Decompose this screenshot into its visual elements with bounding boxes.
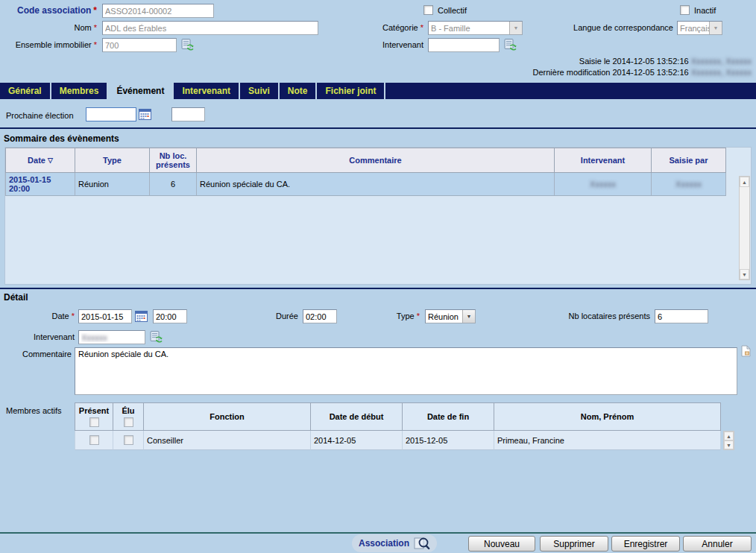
present-checkbox[interactable] xyxy=(89,435,99,445)
association-menu-label: Association xyxy=(359,538,409,549)
membres-actifs-label: Membres actifs xyxy=(6,406,62,416)
calendar-icon[interactable] xyxy=(139,108,151,120)
expand-text-document-icon[interactable] xyxy=(741,345,751,357)
column-header-date-fin: Date de fin xyxy=(403,402,494,431)
required-asterisk: * xyxy=(94,40,97,49)
nom-field[interactable] xyxy=(102,21,318,35)
required-asterisk: * xyxy=(72,312,75,320)
membre-date-fin-cell: 2015-12-05 xyxy=(403,431,494,450)
prochaine-election-date-field[interactable] xyxy=(86,107,136,121)
scroll-down-icon[interactable]: ▼ xyxy=(724,440,734,449)
association-menu-button[interactable]: Association xyxy=(352,534,437,552)
detail-intervenant-label: Intervenant xyxy=(22,332,75,342)
scroll-up-icon[interactable]: ▲ xyxy=(740,177,749,187)
required-asterisk: * xyxy=(417,312,420,320)
langue-value: Français xyxy=(678,24,709,33)
tab-evenement[interactable]: Événement xyxy=(108,83,174,99)
scroll-down-icon[interactable]: ▼ xyxy=(740,269,749,279)
membre-elu-cell xyxy=(113,431,144,450)
detail-intervenant-field[interactable] xyxy=(78,330,145,344)
code-association-field[interactable] xyxy=(102,4,214,18)
nouveau-button[interactable]: Nouveau xyxy=(468,536,535,552)
event-date-cell: 2015-01-15 20:00 xyxy=(5,173,75,196)
prochaine-election-label: Prochaine élection xyxy=(6,111,74,121)
ensemble-immobilier-label: Ensemble immobilier* xyxy=(0,40,97,50)
membre-table-row[interactable]: Conseiller 2014-12-05 2015-12-05 Primeau… xyxy=(75,431,721,450)
membres-table: Présent Élu Fonction Date de début Date … xyxy=(75,402,721,450)
ensemble-lookup-icon[interactable] xyxy=(181,39,195,51)
intervenant-top-field[interactable] xyxy=(428,38,500,52)
column-header-elu: Élu xyxy=(113,402,144,431)
event-type-cell: Réunion xyxy=(75,173,150,196)
inactif-label: Inactif xyxy=(694,6,716,16)
commentaire-label: Commentaire xyxy=(10,350,72,359)
inactif-checkbox[interactable] xyxy=(680,5,690,15)
event-table-row[interactable]: 2015-01-15 20:00 Réunion 6 Réunion spéci… xyxy=(5,173,726,196)
chevron-down-icon: ▼ xyxy=(509,22,522,34)
column-header-commentaire[interactable]: Commentaire xyxy=(197,148,555,173)
elu-all-checkbox[interactable] xyxy=(124,417,133,427)
tab-suivi[interactable]: Suivi xyxy=(240,83,280,99)
langue-label: Langue de correspondance xyxy=(555,23,673,33)
elu-checkbox[interactable] xyxy=(124,435,133,445)
events-list: Date▽ Type Nb loc. présents Commentaire … xyxy=(4,147,752,285)
search-icon xyxy=(414,537,430,550)
membres-header-row: Présent Élu Fonction Date de début Date … xyxy=(75,402,721,431)
sort-descending-icon: ▽ xyxy=(48,156,53,165)
calendar-icon[interactable] xyxy=(135,310,148,322)
detail-time-field[interactable] xyxy=(153,309,187,323)
tab-note[interactable]: Note xyxy=(280,83,318,99)
enregistrer-button[interactable]: Enregistrer xyxy=(611,536,680,552)
tab-membres[interactable]: Membres xyxy=(51,83,109,99)
present-all-checkbox[interactable] xyxy=(89,417,99,427)
langue-select[interactable]: Français ▼ xyxy=(677,21,722,35)
tab-fichier-joint[interactable]: Fichier joint xyxy=(317,83,385,99)
tab-general[interactable]: Général xyxy=(0,83,51,99)
required-asterisk: * xyxy=(93,5,97,16)
prochaine-election-time-field[interactable] xyxy=(171,107,205,121)
membres-scrollbar[interactable]: ▲ ▼ xyxy=(723,431,734,450)
duree-field[interactable] xyxy=(303,309,337,323)
scrollbar-track[interactable] xyxy=(740,187,749,269)
annuler-button[interactable]: Annuler xyxy=(683,536,752,552)
column-header-date-debut: Date de début xyxy=(311,402,403,431)
event-saisie-par-cell: Xxxxxx xyxy=(652,173,726,196)
column-header-intervenant[interactable]: Intervenant xyxy=(555,148,652,173)
duree-label: Durée xyxy=(253,312,298,321)
membre-fonction-cell: Conseiller xyxy=(144,431,311,450)
saisie-le-text: Saisie le 2014-12-05 13:52:16 Xxxxxxx, X… xyxy=(373,57,752,66)
chevron-down-icon: ▼ xyxy=(462,310,475,323)
supprimer-button[interactable]: Supprimer xyxy=(540,536,608,552)
saisie-user-redacted: Xxxxxxx, Xxxxxx xyxy=(691,57,752,66)
column-header-fonction: Fonction xyxy=(144,402,311,431)
tab-intervenant[interactable]: Intervenant xyxy=(174,83,240,99)
nom-label: Nom* xyxy=(30,23,97,33)
required-asterisk: * xyxy=(94,23,97,32)
detail-intervenant-lookup-icon[interactable] xyxy=(150,331,163,343)
commentaire-textarea[interactable]: Réunion spéciale du CA. xyxy=(75,347,737,395)
scroll-up-icon[interactable]: ▲ xyxy=(724,432,734,440)
membre-date-debut-cell: 2014-12-05 xyxy=(311,431,403,450)
nb-locataires-label: Nb locataires présents xyxy=(549,312,650,321)
detail-date-field[interactable] xyxy=(78,309,132,323)
intervenant-lookup-icon[interactable] xyxy=(504,39,517,51)
detail-type-label: Type* xyxy=(373,312,420,321)
detail-title: Détail xyxy=(4,292,28,303)
column-header-saisie-par[interactable]: Saisie par xyxy=(652,148,726,173)
event-commentaire-cell: Réunion spéciale du CA. xyxy=(197,173,555,196)
ensemble-immobilier-field[interactable] xyxy=(102,38,177,52)
detail-type-select[interactable]: Réunion ▼ xyxy=(425,309,476,323)
events-header-row: Date▽ Type Nb loc. présents Commentaire … xyxy=(5,148,726,173)
code-association-label: Code association* xyxy=(0,6,97,16)
events-scrollbar[interactable]: ▲ ▼ xyxy=(739,176,750,280)
categorie-select[interactable]: B - Famille ▼ xyxy=(428,21,523,35)
categorie-value: B - Famille xyxy=(429,24,509,33)
column-header-type[interactable]: Type xyxy=(75,148,150,173)
collectif-checkbox[interactable] xyxy=(423,5,433,15)
membre-nom-cell: Primeau, Francine xyxy=(494,431,721,450)
column-header-nb-loc[interactable]: Nb loc. présents xyxy=(150,148,197,173)
membre-present-cell xyxy=(75,431,113,450)
nb-locataires-field[interactable] xyxy=(655,309,708,323)
chevron-down-icon: ▼ xyxy=(709,22,722,34)
column-header-date[interactable]: Date▽ xyxy=(5,148,75,173)
